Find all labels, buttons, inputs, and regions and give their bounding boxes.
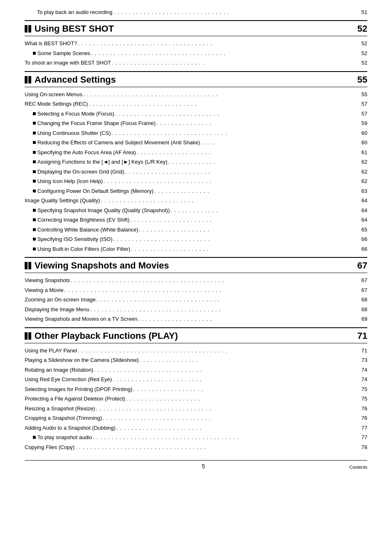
toc-entry: Controlling White Balance (White Balance… — [33, 225, 367, 235]
entry-label: To play snapshot audio. . . . . . . . . … — [33, 433, 355, 442]
entry-page: 67 — [355, 286, 367, 294]
page-number: 5 — [58, 463, 349, 470]
section-page-advanced-settings: 55 — [357, 74, 367, 85]
entry-page: 62 — [355, 158, 367, 166]
entry-suffix: (Grid) — [111, 169, 124, 175]
toc-entry: Cropping a Snapshot (Trimming). . . . . … — [25, 413, 367, 423]
entry-label: Using Built-in Color Filters (Color Filt… — [33, 245, 355, 253]
entry-suffix: (EV Shift) — [106, 217, 129, 223]
toc-entry: To play snapshot audio. . . . . . . . . … — [33, 433, 367, 442]
entry-page: 73 — [355, 356, 367, 364]
section-title-viewing: Viewing Snapshots and Movies — [25, 260, 169, 271]
entry-page: 69 — [355, 315, 367, 323]
entry-suffix: (Quality) — [80, 197, 100, 204]
entry-page: 67 — [355, 276, 367, 285]
section-header-viewing: Viewing Snapshots and Movies67 — [25, 257, 367, 273]
entry-page: 61 — [355, 148, 367, 157]
bullet-icon — [33, 436, 36, 439]
entry-page: 60 — [355, 139, 367, 147]
entry-dots: . . . . . . . . . . . . . . . . . . . . … — [74, 444, 207, 450]
entry-page: 68 — [355, 306, 367, 314]
entry-page: 57 — [355, 110, 367, 118]
entry-dots: . . . . . . . . . . . . . . . . . . . . … — [95, 405, 212, 412]
entry-dots: . . . . . . . . . . . . . . . . . . . . … — [113, 236, 211, 242]
top-entry: To play back an audio recording . . . . … — [37, 7, 367, 17]
bullet-icon — [33, 160, 36, 163]
toc-entry: Specifying ISO Sensitivity (ISO). . . . … — [33, 234, 367, 244]
toc-entry: Using Continuous Shutter (CS). . . . . .… — [33, 128, 367, 138]
entry-suffix: (DPOF Printing) — [95, 386, 132, 392]
entry-page: 59 — [355, 119, 367, 127]
entry-dots: . . . . . . . . . . . . . . . . . . . . … — [111, 60, 205, 66]
entry-label: Assigning Functions to the [◄] and [►] K… — [33, 158, 355, 166]
toc-entry: Displaying the Image Menu. . . . . . . .… — [25, 305, 367, 315]
bullet-icon — [33, 141, 36, 144]
entry-label: Correcting Image Brightness (EV Shift). … — [33, 216, 355, 224]
toc-entry: Displaying the On-screen Grid (Grid). . … — [33, 167, 367, 177]
bullet-icon — [33, 190, 36, 192]
section-header-advanced-settings: Advanced Settings55 — [25, 71, 367, 87]
entry-dots: . . . . . . . . . . . . . . . . . . . . … — [103, 178, 212, 184]
entry-label: Using Red Eye Correction (Red Eye). . . … — [25, 375, 355, 384]
entry-page: 52 — [355, 49, 367, 58]
entry-page: 64 — [355, 206, 367, 215]
toc-entry: Rotating an Image (Rotation). . . . . . … — [25, 365, 367, 375]
toc-entry: Changing the Focus Frame Shape (Focus Fr… — [33, 118, 367, 128]
toc-entry: Using Built-in Color Filters (Color Filt… — [33, 244, 367, 254]
bullet-icon — [33, 132, 36, 134]
entry-label: Using On-screen Menus. . . . . . . . . .… — [25, 90, 355, 99]
entry-label: Configuring Power On Default Settings (M… — [33, 187, 355, 195]
entry-suffix: (Slideshow) — [111, 357, 139, 363]
entry-label: Image Quality Settings (Quality). . . . … — [25, 197, 355, 205]
entry-suffix: (Rotation) — [70, 367, 93, 373]
entry-dots: . . . . . . . . . . . . . . . . . . . . … — [90, 50, 226, 56]
bullet-icon — [33, 238, 36, 241]
sections-container: Using BEST SHOT52What is BEST SHOT?. . .… — [25, 20, 367, 452]
entry-label: Displaying the On-screen Grid (Grid). . … — [33, 168, 355, 176]
entry-label: To shoot an image with BEST SHOT. . . . … — [25, 59, 355, 67]
top-entry-page: 51 — [362, 9, 367, 15]
entry-label: Some Sample Scenes. . . . . . . . . . . … — [33, 49, 355, 58]
entry-label: Resizing a Snapshot (Resize). . . . . . … — [25, 405, 355, 413]
entry-dots: . . . . . . . . . . . . . . . . . . . . … — [90, 306, 222, 313]
entry-dots: . . . . . . . . . . . . . . . . . . . . … — [82, 91, 218, 97]
entry-page: 66 — [355, 235, 367, 243]
entry-dots: . . . . . . . . . . . . . . . . — [138, 357, 199, 363]
entry-page: 64 — [355, 197, 367, 205]
section-title-best-shot: Using BEST SHOT — [25, 23, 114, 34]
entry-label: Playing a Slideshow on the Camera (Slide… — [25, 356, 355, 364]
bullet-icon — [33, 52, 36, 55]
top-entry-label: To play back an audio recording — [37, 9, 113, 15]
toc-entry: Reducing the Effects of Camera and Subje… — [33, 138, 367, 148]
entry-page: 71 — [355, 347, 367, 355]
entry-dots: . . . . . . . . . . . . . . . . . . . . … — [111, 130, 228, 136]
entry-label: Specifying ISO Sensitivity (ISO). . . . … — [33, 235, 355, 243]
toc-entry: Specifying Snapshot Image Quality (Quali… — [33, 206, 367, 215]
entry-page: 76 — [355, 405, 367, 413]
entry-label: Protecting a File Against Deletion (Prot… — [25, 395, 355, 403]
entry-suffix: (Focus Frame) — [120, 120, 155, 126]
entry-dots: . . . . . . . . . . . . . . . . . . . . … — [77, 40, 213, 46]
bullet-icon — [33, 112, 36, 115]
entry-suffix: (Resize) — [75, 405, 95, 412]
entry-suffix: (Protect) — [105, 396, 125, 402]
entry-label: Adding Audio to a Snapshot (Dubbing). . … — [25, 424, 355, 432]
entry-page: 66 — [355, 245, 367, 253]
entry-suffix: (Anti Shake) — [171, 139, 200, 146]
entry-label: Viewing Snapshots. . . . . . . . . . . .… — [25, 276, 355, 285]
entry-dots: . . . . . . . . . . . . . . . — [154, 188, 210, 194]
section-icon-viewing — [25, 262, 31, 269]
entry-label: Using Icon Help (Icon Help). . . . . . .… — [33, 177, 355, 185]
entry-dots: . . . . . . . . . . . . . . . . . . . . … — [88, 101, 198, 107]
toc-entry: Protecting a File Against Deletion (Prot… — [25, 394, 367, 404]
section-page-playback: 71 — [357, 331, 367, 341]
entry-label: What is BEST SHOT?. . . . . . . . . . . … — [25, 39, 355, 48]
entry-dots: . . . . . . . . . . . . . . . . . . . . — [125, 396, 201, 402]
bullet-icon — [33, 218, 36, 221]
section-icon-playback — [25, 332, 31, 340]
entry-dots: . . . . . . . . . . . . . . . . . . . . … — [102, 415, 212, 421]
section-title-advanced-settings: Advanced Settings — [25, 74, 116, 85]
toc-entry: Viewing Snapshots. . . . . . . . . . . .… — [25, 276, 367, 285]
toc-entry: REC Mode Settings (REC). . . . . . . . .… — [25, 99, 367, 109]
toc-entry: Using On-screen Menus. . . . . . . . . .… — [25, 90, 367, 100]
